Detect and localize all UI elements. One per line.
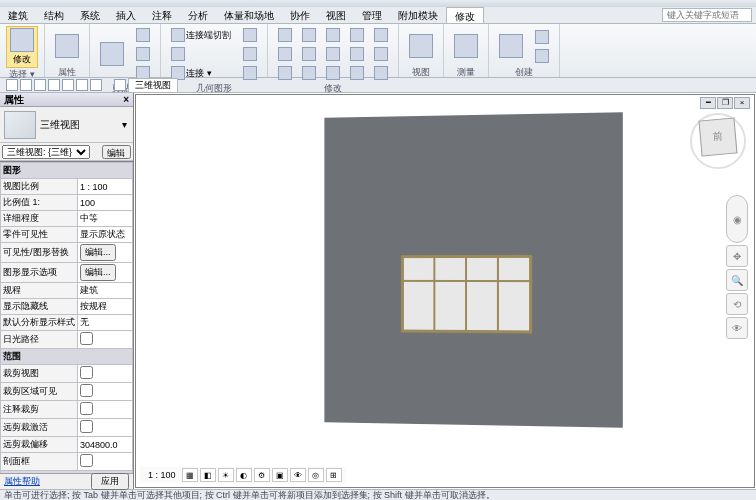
section-icon[interactable] — [114, 79, 126, 91]
c2-button[interactable] — [531, 47, 553, 65]
prop-value[interactable] — [78, 401, 133, 419]
replicate-icon[interactable] — [76, 79, 88, 91]
menu-item[interactable]: 建筑 — [0, 7, 36, 23]
menu-item[interactable]: 分析 — [180, 7, 216, 23]
window-element[interactable] — [401, 255, 532, 334]
scale-button[interactable] — [370, 45, 392, 63]
offset-button[interactable] — [322, 26, 344, 44]
orbit-icon[interactable]: ⟲ — [726, 293, 748, 315]
prop-value[interactable] — [78, 383, 133, 401]
prop-value[interactable]: 编辑... — [78, 243, 133, 263]
mod2-button[interactable] — [370, 64, 392, 82]
properties-button[interactable] — [51, 32, 83, 60]
constraints-icon[interactable]: ⊞ — [326, 468, 342, 482]
delete-button[interactable] — [322, 64, 344, 82]
chevron-down-icon[interactable]: ▾ — [119, 119, 129, 130]
canvas[interactable] — [136, 95, 754, 487]
trim-button[interactable] — [298, 45, 320, 63]
copy-button[interactable] — [132, 45, 154, 63]
sunpath-checkbox[interactable] — [80, 332, 93, 345]
split-button[interactable] — [322, 45, 344, 63]
cascade-icon[interactable] — [20, 79, 32, 91]
prop-value[interactable]: 1 : 100 — [78, 179, 133, 195]
look-icon[interactable]: 👁 — [726, 317, 748, 339]
pin-button[interactable] — [274, 64, 296, 82]
geom3-button[interactable] — [239, 64, 261, 82]
menu-item[interactable]: 注释 — [144, 7, 180, 23]
measure-button[interactable] — [450, 32, 482, 60]
viewcube-face[interactable]: 前 — [698, 117, 737, 156]
crop-checkbox[interactable] — [80, 366, 93, 379]
viewcube[interactable]: 前 — [690, 113, 746, 169]
close-hidden-icon[interactable] — [48, 79, 60, 91]
search-input[interactable] — [662, 8, 752, 22]
cope-button[interactable]: 连接端切割 — [167, 26, 235, 44]
sectbox-checkbox[interactable] — [80, 454, 93, 467]
reveal-icon[interactable]: ◎ — [308, 468, 324, 482]
hide-icon[interactable]: 👁 — [290, 468, 306, 482]
c1-button[interactable] — [531, 28, 553, 46]
prop-value[interactable]: 无 — [78, 315, 133, 331]
mirror-button[interactable] — [370, 26, 392, 44]
farclip-checkbox[interactable] — [80, 420, 93, 433]
panel-header[interactable]: 属性 × — [0, 93, 133, 107]
tile-icon[interactable] — [6, 79, 18, 91]
sun-path-icon[interactable]: ☀ — [218, 468, 234, 482]
menu-item[interactable]: 视图 — [318, 7, 354, 23]
apply-button[interactable]: 应用 — [91, 473, 129, 490]
anno-checkbox[interactable] — [80, 402, 93, 415]
prop-value[interactable] — [78, 365, 133, 383]
cut-button[interactable] — [132, 26, 154, 44]
viewport-3d[interactable]: ━ ❐ × 前 ◉ ✥ 🔍 ⟲ 👁 1 : 100 ▦ ◧ — [135, 94, 755, 488]
properties-help-link[interactable]: 属性帮助 — [4, 475, 40, 488]
align-button[interactable] — [274, 26, 296, 44]
move-button[interactable] — [298, 26, 320, 44]
steering-wheel-icon[interactable]: ◉ — [726, 195, 748, 243]
modify-button[interactable]: 修改 — [6, 26, 38, 68]
edit-type-button[interactable]: 编辑类型 — [102, 145, 131, 159]
array-button[interactable] — [346, 45, 368, 63]
crop-icon[interactable]: ▣ — [272, 468, 288, 482]
menu-item[interactable]: 系统 — [72, 7, 108, 23]
wall-3d[interactable] — [324, 112, 622, 427]
tabview-icon[interactable] — [34, 79, 46, 91]
geom2-button[interactable] — [239, 45, 261, 63]
prop-value[interactable] — [78, 419, 133, 437]
menu-item[interactable]: 插入 — [108, 7, 144, 23]
unpin-button[interactable] — [298, 64, 320, 82]
menu-item[interactable]: 协作 — [282, 7, 318, 23]
edit-button[interactable]: 编辑... — [80, 264, 116, 281]
prop-value[interactable]: 304800.0 — [78, 437, 133, 453]
menu-item[interactable]: 附加模块 — [390, 7, 446, 23]
view-scale[interactable]: 1 : 100 — [144, 470, 180, 480]
prop-value[interactable]: 编辑... — [78, 263, 133, 283]
switch-icon[interactable] — [62, 79, 74, 91]
zoom-icon[interactable]: 🔍 — [726, 269, 748, 291]
paste-button[interactable] — [96, 40, 128, 68]
filter-icon[interactable] — [92, 145, 100, 159]
copy2-button[interactable] — [346, 26, 368, 44]
menu-item[interactable]: 体量和场地 — [216, 7, 282, 23]
prop-value[interactable] — [78, 331, 133, 349]
mod1-button[interactable] — [346, 64, 368, 82]
detail-level-icon[interactable]: ▦ — [182, 468, 198, 482]
menu-item[interactable]: 结构 — [36, 7, 72, 23]
close-icon[interactable]: × — [123, 94, 129, 105]
menu-item[interactable]: 管理 — [354, 7, 390, 23]
pan-icon[interactable]: ✥ — [726, 245, 748, 267]
cropvis-checkbox[interactable] — [80, 384, 93, 397]
rotate-button[interactable] — [274, 45, 296, 63]
ui-icon[interactable] — [90, 79, 102, 91]
prop-value[interactable]: 中等 — [78, 211, 133, 227]
family-type-select[interactable]: 三维视图: {三维} — [2, 145, 90, 159]
geom1-button[interactable] — [239, 26, 261, 44]
menu-item-modify[interactable]: 修改 — [446, 7, 484, 23]
edit-button[interactable]: 编辑... — [80, 244, 116, 261]
type-selector[interactable]: 三维视图 ▾ — [0, 107, 133, 143]
view-button[interactable] — [405, 32, 437, 60]
cut-geom-button[interactable] — [167, 45, 235, 63]
prop-value[interactable]: 显示原状态 — [78, 227, 133, 243]
render-icon[interactable]: ⚙ — [254, 468, 270, 482]
prop-value[interactable]: 按规程 — [78, 299, 133, 315]
visual-style-icon[interactable]: ◧ — [200, 468, 216, 482]
